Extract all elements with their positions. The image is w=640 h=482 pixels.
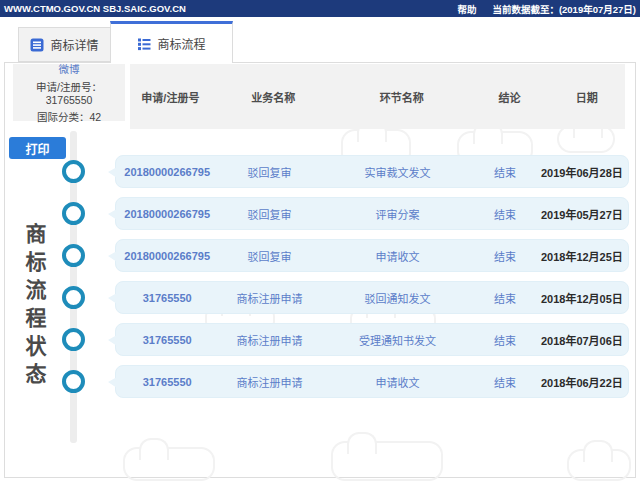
site-url: WWW.CTMO.GOV.CN SBJ.SAIC.GOV.CN (4, 3, 186, 14)
cell-date: 2018年07月06日 (536, 332, 628, 348)
cell-step-name: 受理通知书发文 (321, 332, 475, 348)
cell-business-name: 商标注册申请 (218, 374, 320, 390)
cell-step-name: 评审分案 (321, 206, 475, 222)
list-icon (137, 37, 151, 51)
cell-business-name: 驳回复审 (218, 206, 320, 222)
timeline-node (62, 328, 85, 351)
help-link[interactable]: 帮助 (457, 2, 476, 16)
cell-business-name: 驳回复审 (218, 164, 320, 180)
timeline-node (62, 286, 85, 309)
document-icon (30, 38, 44, 52)
timeline-node (62, 244, 85, 267)
cell-conclusion: 结束 (474, 248, 535, 264)
top-bar: WWW.CTMO.GOV.CN SBJ.SAIC.GOV.CN 帮助 当前数据截… (0, 0, 640, 17)
table-row: 31765550 商标注册申请 申请收文 结束 2018年06月22日 (115, 365, 629, 398)
cell-step-name: 申请收文 (321, 248, 475, 264)
cell-application-number: 31765550 (116, 376, 218, 388)
header-application-number: 申请/注册号 (119, 89, 222, 105)
cell-application-number: 20180000266795 (116, 250, 218, 262)
cell-conclusion: 结束 (474, 206, 535, 222)
cell-date: 2018年12月05日 (536, 290, 628, 306)
content-panel: 微博 申请/注册号：31765550 国际分类：42 申请/注册号 业务名称 环… (4, 62, 636, 478)
header-step-name: 环节名称 (325, 89, 479, 105)
cell-conclusion: 结束 (474, 290, 535, 306)
data-cutoff-date: 当前数据截至：(2019年07月27日) (492, 2, 636, 16)
cell-application-number: 31765550 (116, 334, 218, 346)
cell-date: 2019年06月28日 (536, 164, 628, 180)
tab-label: 商标流程 (157, 35, 205, 52)
cell-conclusion: 结束 (474, 332, 535, 348)
cell-business-name: 商标注册申请 (218, 290, 320, 306)
tab-trademark-details[interactable]: 商标详情 (18, 27, 111, 62)
trademark-info-box: 微博 申请/注册号：31765550 国际分类：42 (13, 64, 125, 121)
cell-application-number: 31765550 (116, 292, 218, 304)
timeline-node (62, 370, 85, 393)
watermark-shape (557, 125, 615, 153)
table-row: 31765550 商标注册申请 受理通知书发文 结束 2018年07月06日 (115, 323, 629, 356)
table-row: 31765550 商标注册申请 驳回通知发文 结束 2018年12月05日 (115, 281, 629, 314)
cell-date: 2019年05月27日 (536, 206, 628, 222)
header-business-name: 业务名称 (222, 89, 325, 105)
cell-date: 2018年06月22日 (536, 374, 628, 390)
cell-step-name: 申请收文 (321, 374, 475, 390)
header-date: 日期 (540, 89, 633, 105)
timeline-node (62, 160, 85, 183)
table-row: 20180000266795 驳回复审 实审裁文发文 结束 2019年06月28… (115, 155, 629, 188)
table-row: 20180000266795 驳回复审 申请收文 结束 2018年12月25日 (115, 239, 629, 272)
timeline-node (62, 202, 85, 225)
cell-step-name: 驳回通知发文 (321, 290, 475, 306)
application-number: 申请/注册号：31765550 (13, 79, 125, 106)
international-class: 国际分类：42 (37, 109, 101, 124)
header-conclusion: 结论 (479, 89, 541, 105)
cell-business-name: 驳回复审 (218, 248, 320, 264)
cell-conclusion: 结束 (474, 374, 535, 390)
watermark-shape (331, 441, 443, 481)
tab-trademark-process[interactable]: 商标流程 (110, 21, 233, 63)
cell-business-name: 商标注册申请 (218, 332, 320, 348)
tab-label: 商标详情 (50, 36, 98, 53)
cell-application-number: 20180000266795 (116, 166, 218, 178)
table-row: 20180000266795 驳回复审 评审分案 结束 2019年05月27日 (115, 197, 629, 230)
cell-application-number: 20180000266795 (116, 208, 218, 220)
cell-date: 2018年12月25日 (536, 248, 628, 264)
print-button[interactable]: 打印 (9, 137, 66, 159)
vertical-section-title: 商标流程状态 (21, 223, 48, 391)
trademark-name: 微博 (59, 61, 80, 76)
cell-conclusion: 结束 (474, 164, 535, 180)
watermark-shape (123, 447, 215, 481)
table-header: 申请/注册号 业务名称 环节名称 结论 日期 (130, 64, 625, 129)
watermark-shape (567, 449, 631, 481)
cell-step-name: 实审裁文发文 (321, 164, 475, 180)
